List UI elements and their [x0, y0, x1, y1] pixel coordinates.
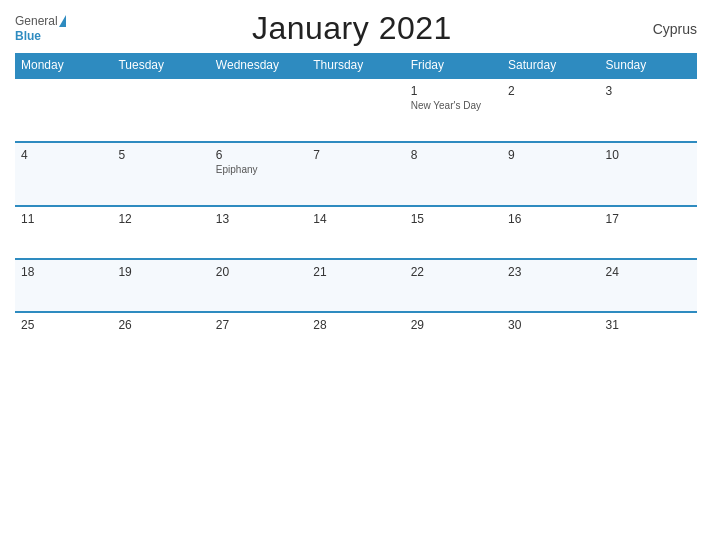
calendar-cell: 4	[15, 142, 112, 206]
weekday-header-wednesday: Wednesday	[210, 53, 307, 78]
calendar-cell: 11	[15, 206, 112, 259]
country-label: Cyprus	[637, 21, 697, 37]
month-title: January 2021	[67, 10, 637, 47]
holiday-name: Epiphany	[216, 164, 301, 175]
day-number: 9	[508, 148, 593, 162]
day-number: 22	[411, 265, 496, 279]
calendar-cell: 26	[112, 312, 209, 364]
calendar-cell: 12	[112, 206, 209, 259]
logo-blue-text: Blue	[15, 29, 67, 43]
day-number: 26	[118, 318, 203, 332]
day-number: 5	[118, 148, 203, 162]
week-row-2: 456Epiphany78910	[15, 142, 697, 206]
weekday-header-thursday: Thursday	[307, 53, 404, 78]
holiday-name: New Year's Day	[411, 100, 496, 111]
day-number: 28	[313, 318, 398, 332]
calendar-cell: 1New Year's Day	[405, 78, 502, 142]
calendar-header: General Blue January 2021 Cyprus	[15, 10, 697, 47]
calendar-cell: 2	[502, 78, 599, 142]
day-number: 20	[216, 265, 301, 279]
day-number: 23	[508, 265, 593, 279]
weekday-header-sunday: Sunday	[600, 53, 697, 78]
day-number: 25	[21, 318, 106, 332]
calendar-cell: 28	[307, 312, 404, 364]
calendar-cell: 7	[307, 142, 404, 206]
day-number: 11	[21, 212, 106, 226]
day-number: 27	[216, 318, 301, 332]
day-number: 3	[606, 84, 691, 98]
day-number: 7	[313, 148, 398, 162]
calendar-cell: 29	[405, 312, 502, 364]
calendar-cell: 10	[600, 142, 697, 206]
calendar-cell: 18	[15, 259, 112, 312]
calendar-cell: 20	[210, 259, 307, 312]
logo: General Blue	[15, 14, 67, 43]
calendar-cell: 21	[307, 259, 404, 312]
calendar-cell	[210, 78, 307, 142]
day-number: 17	[606, 212, 691, 226]
day-number: 4	[21, 148, 106, 162]
day-number: 24	[606, 265, 691, 279]
day-number: 6	[216, 148, 301, 162]
day-number: 13	[216, 212, 301, 226]
calendar-cell: 15	[405, 206, 502, 259]
day-number: 30	[508, 318, 593, 332]
logo-triangle-icon	[59, 15, 66, 27]
calendar-cell	[307, 78, 404, 142]
day-number: 18	[21, 265, 106, 279]
weekday-header-row: MondayTuesdayWednesdayThursdayFridaySatu…	[15, 53, 697, 78]
calendar-cell	[112, 78, 209, 142]
calendar-cell: 17	[600, 206, 697, 259]
day-number: 21	[313, 265, 398, 279]
weekday-header-friday: Friday	[405, 53, 502, 78]
calendar-cell: 3	[600, 78, 697, 142]
day-number: 16	[508, 212, 593, 226]
day-number: 10	[606, 148, 691, 162]
logo-general-text: General	[15, 14, 58, 28]
week-row-5: 25262728293031	[15, 312, 697, 364]
calendar-cell: 13	[210, 206, 307, 259]
calendar-cell: 9	[502, 142, 599, 206]
calendar-cell: 23	[502, 259, 599, 312]
calendar-cell	[15, 78, 112, 142]
day-number: 29	[411, 318, 496, 332]
calendar-cell: 8	[405, 142, 502, 206]
calendar-cell: 24	[600, 259, 697, 312]
week-row-1: 1New Year's Day23	[15, 78, 697, 142]
weekday-header-tuesday: Tuesday	[112, 53, 209, 78]
calendar-cell: 5	[112, 142, 209, 206]
calendar-cell: 19	[112, 259, 209, 312]
week-row-4: 18192021222324	[15, 259, 697, 312]
day-number: 31	[606, 318, 691, 332]
week-row-3: 11121314151617	[15, 206, 697, 259]
day-number: 14	[313, 212, 398, 226]
calendar-wrapper: General Blue January 2021 Cyprus MondayT…	[0, 0, 712, 550]
weekday-header-monday: Monday	[15, 53, 112, 78]
calendar-table: MondayTuesdayWednesdayThursdayFridaySatu…	[15, 53, 697, 364]
calendar-cell: 25	[15, 312, 112, 364]
day-number: 8	[411, 148, 496, 162]
calendar-cell: 14	[307, 206, 404, 259]
day-number: 1	[411, 84, 496, 98]
calendar-cell: 31	[600, 312, 697, 364]
calendar-cell: 16	[502, 206, 599, 259]
calendar-cell: 22	[405, 259, 502, 312]
calendar-cell: 27	[210, 312, 307, 364]
day-number: 15	[411, 212, 496, 226]
weekday-header-saturday: Saturday	[502, 53, 599, 78]
calendar-cell: 6Epiphany	[210, 142, 307, 206]
day-number: 12	[118, 212, 203, 226]
calendar-cell: 30	[502, 312, 599, 364]
day-number: 2	[508, 84, 593, 98]
day-number: 19	[118, 265, 203, 279]
